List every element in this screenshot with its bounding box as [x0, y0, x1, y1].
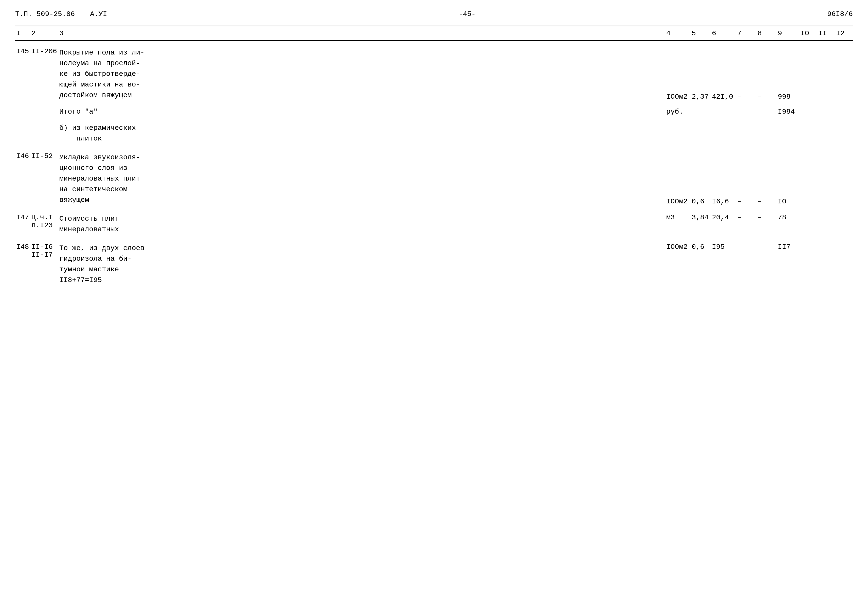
row-ref: II-52: [30, 152, 58, 160]
row-id: I48: [15, 243, 30, 251]
itogo-col6: [711, 108, 736, 116]
row-col9: II7: [777, 243, 800, 251]
main-table: I 2 3 4 5 6 7 8 9 IO II I2 I45 II-206 По…: [15, 26, 853, 287]
page-number: -45-: [459, 10, 476, 18]
col-header-12: I2: [835, 29, 853, 37]
row-cost: I95: [711, 243, 736, 251]
col-header-9: 9: [777, 29, 800, 37]
col-header-7: 7: [736, 29, 757, 37]
itogo-col8: [757, 108, 777, 116]
row-cost: 20,4: [711, 214, 736, 221]
itogo-col7: [736, 108, 757, 116]
b-col4: [665, 123, 691, 144]
itogo-col9: I984: [777, 108, 800, 116]
col-header-8: 8: [757, 29, 777, 37]
row-ref: II-I6 II-I7: [30, 243, 58, 259]
itogo-col12: [835, 108, 853, 116]
row-id: I47: [15, 214, 30, 221]
row-col9: 78: [777, 214, 800, 221]
b-col7: [736, 123, 757, 144]
table-row: Итого "а" руб. I984: [15, 106, 853, 117]
b-col5: [691, 123, 711, 144]
itogo-col10: [800, 108, 817, 116]
itogo-col5: [691, 108, 711, 116]
row-id: I45: [15, 47, 30, 55]
row-unit: м3: [665, 214, 691, 221]
row-col7: –: [736, 93, 757, 101]
row-col8: –: [757, 243, 777, 251]
row-ref: II-206: [30, 47, 58, 55]
row-qty: 3,84: [691, 214, 711, 221]
row-cost: 42I,0: [711, 93, 736, 101]
row-col7: –: [736, 243, 757, 251]
doc-ref: 96I8/6: [827, 10, 853, 18]
col-header-6: 6: [711, 29, 736, 37]
row-description: То же, из двух слоев гидроизола на би- т…: [58, 243, 665, 286]
itogo-unit: руб.: [665, 108, 691, 116]
row-description: Укладка звукоизоля- ционного слоя из мин…: [58, 152, 665, 205]
col-header-5: 5: [691, 29, 711, 37]
row-qty: 0,6: [691, 243, 711, 251]
table-row: I45 II-206 Покрытие пола из ли- нолеума …: [15, 46, 853, 102]
col-header-1: I: [15, 29, 30, 37]
row-description: Стоимость плит минераловатных: [58, 214, 665, 235]
doc-section: А.УI: [90, 10, 107, 18]
table-row: I48 II-I6 II-I7 То же, из двух слоев гид…: [15, 241, 853, 287]
column-headers: I 2 3 4 5 6 7 8 9 IO II I2: [15, 26, 853, 41]
row-col8: –: [757, 93, 777, 101]
row-unit: IOOм2: [665, 93, 691, 101]
b-col6: [711, 123, 736, 144]
b-col12: [835, 123, 853, 144]
row-qty: 2,37: [691, 93, 711, 101]
row-unit: IOOм2: [665, 243, 691, 251]
row-col9: IO: [777, 197, 800, 205]
col-header-11: II: [817, 29, 835, 37]
table-body: I45 II-206 Покрытие пола из ли- нолеума …: [15, 46, 853, 287]
row-col8: –: [757, 197, 777, 205]
table-row: I46 II-52 Укладка звукоизоля- ционного с…: [15, 151, 853, 207]
row-qty: 0,6: [691, 197, 711, 205]
row-col7: –: [736, 197, 757, 205]
itogo-spacer2: [30, 108, 58, 116]
b-col10: [800, 123, 817, 144]
table-row: б) из керамических плиток: [15, 121, 853, 146]
row-cost: I6,6: [711, 197, 736, 205]
b-spacer1: [15, 123, 30, 144]
row-description: Покрытие пола из ли- нолеума на прослой-…: [58, 47, 665, 101]
itogo-label: Итого "а": [58, 108, 665, 116]
row-unit: IOOм2: [665, 197, 691, 205]
row-id: I46: [15, 152, 30, 160]
row-col9: 998: [777, 93, 800, 101]
b-col11: [817, 123, 835, 144]
row-col7: –: [736, 214, 757, 221]
b-col9: [777, 123, 800, 144]
col-header-4: 4: [665, 29, 691, 37]
table-row: I47 Ц.ч.I п.I23 Стоимость плит минералов…: [15, 212, 853, 236]
col-header-3: 3: [58, 29, 665, 37]
b-col8: [757, 123, 777, 144]
col-header-2: 2: [30, 29, 58, 37]
header-left: Т.П. 509-25.86 А.УI: [15, 10, 107, 18]
itogo-col11: [817, 108, 835, 116]
itogo-spacer1: [15, 108, 30, 116]
row-ref: Ц.ч.I п.I23: [30, 214, 58, 229]
row-col8: –: [757, 214, 777, 221]
b-label: б) из керамических плиток: [58, 123, 665, 144]
col-header-10: IO: [800, 29, 817, 37]
doc-number: Т.П. 509-25.86: [15, 10, 75, 18]
page-header: Т.П. 509-25.86 А.УI -45- 96I8/6: [15, 10, 853, 18]
b-spacer2: [30, 123, 58, 144]
